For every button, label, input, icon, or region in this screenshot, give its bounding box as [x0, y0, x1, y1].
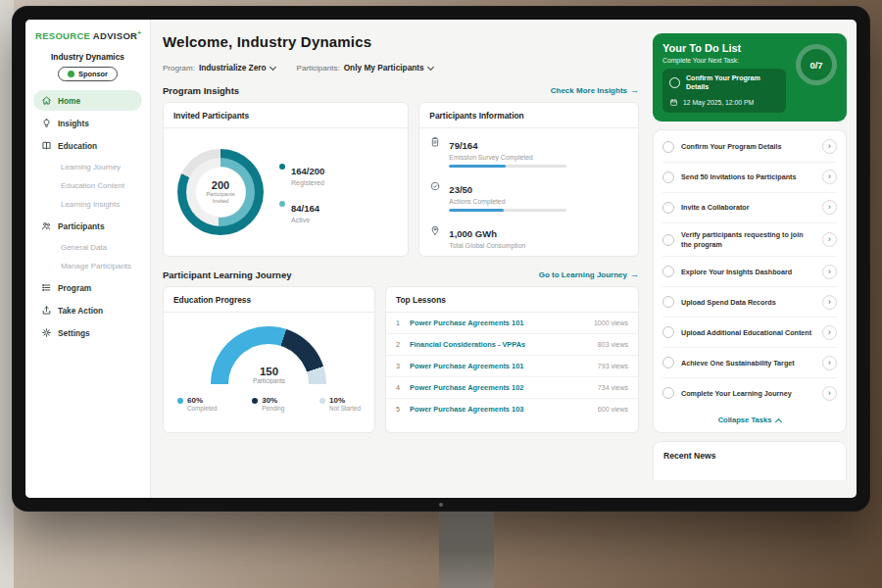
lesson-rank: 5 — [396, 405, 403, 414]
task-row[interactable]: Upload Additional Educational Content › — [662, 318, 837, 348]
program-dropdown[interactable]: Program: Industrialize Zero — [163, 63, 275, 73]
sidebar-item-education[interactable]: Education — [33, 135, 142, 156]
sidebar-item-take-action[interactable]: Take Action — [33, 300, 142, 320]
task-row[interactable]: Achieve One Sustainability Target › — [662, 348, 837, 378]
sponsor-label: Sponsor — [78, 70, 108, 78]
chevron-right-icon[interactable]: › — [822, 356, 837, 370]
next-task-label: Confirm Your Program Details — [686, 74, 779, 92]
legend-dot — [177, 398, 183, 404]
task-row[interactable]: Verify participants requesting to join t… — [662, 223, 837, 258]
lesson-rank: 2 — [396, 340, 403, 349]
card-title: Top Lessons — [386, 287, 638, 313]
task-checkbox[interactable] — [662, 234, 674, 246]
invited-participants-card: Invited Participants 200 Participants In… — [163, 102, 409, 257]
sidebar-item-home[interactable]: Home — [33, 90, 142, 111]
task-row[interactable]: Confirm Your Program Details › — [662, 132, 837, 163]
legend-label: Not Started — [329, 405, 361, 412]
sidebar-item-learning-journey[interactable]: Learning Journey — [33, 158, 142, 176]
task-checkbox[interactable] — [662, 141, 674, 153]
lesson-views: 600 views — [598, 406, 628, 413]
stat-emission-survey: 79/164 Emission Survey Completed — [429, 135, 628, 168]
progress-fill — [449, 165, 506, 168]
task-checkbox[interactable] — [662, 202, 674, 214]
check-more-insights-link[interactable]: Check More Insights → — [551, 86, 639, 95]
main-content: Welcome, Industry Dynamics Program: Indu… — [151, 20, 651, 498]
task-checkbox[interactable] — [669, 77, 680, 88]
location-pin-icon — [429, 224, 441, 236]
task-row[interactable]: Upload Spend Data Records › — [662, 287, 837, 318]
lesson-link[interactable]: Power Purchase Agreements 102 — [410, 383, 591, 392]
task-row[interactable]: Invite a Collaborator › — [662, 193, 837, 223]
sidebar-item-education-content[interactable]: Education Content — [33, 176, 142, 195]
stat-label: Actions Completed — [449, 198, 566, 205]
lesson-link[interactable]: Power Purchase Agreements 101 — [410, 362, 591, 370]
todo-progress-ring: 0/7 — [796, 44, 837, 85]
collapse-tasks-button[interactable]: Collapse Tasks — [662, 408, 837, 428]
chevron-right-icon[interactable]: › — [822, 386, 837, 401]
upload-icon — [41, 305, 52, 316]
task-label: Confirm Your Program Details — [681, 142, 815, 151]
chevron-right-icon[interactable]: › — [822, 265, 837, 279]
stat-value: 1,000 GWh — [449, 228, 497, 239]
card-title: Invited Participants — [164, 103, 408, 128]
sidebar-item-manage-participants[interactable]: Manage Participants — [33, 257, 142, 275]
task-label: Send 50 Invitations to Participants — [681, 172, 815, 181]
participants-dropdown[interactable]: Participants: Only My Participants — [297, 63, 433, 73]
participants-value: Only My Participants — [344, 63, 424, 73]
page-title: Welcome, Industry Dynamics — [163, 33, 639, 50]
task-checkbox[interactable] — [662, 296, 674, 308]
task-row[interactable]: Send 50 Invitations to Participants › — [662, 163, 837, 193]
task-checkbox[interactable] — [662, 326, 674, 338]
lesson-link[interactable]: Power Purchase Agreements 101 — [410, 318, 587, 327]
donut-center-label: Participants — [206, 191, 234, 198]
chevron-right-icon[interactable]: › — [822, 139, 837, 154]
todo-card: Your To Do List Complete Your Next Task:… — [653, 33, 847, 122]
sidebar-item-general-data[interactable]: General Data — [33, 238, 142, 257]
sponsor-badge[interactable]: Sponsor — [58, 67, 118, 81]
legend-value: 84/164 — [291, 203, 319, 214]
go-to-learning-journey-link[interactable]: Go to Learning Journey → — [539, 270, 639, 279]
program-insights-header: Program Insights Check More Insights → — [163, 85, 639, 96]
legend-dot — [279, 201, 285, 207]
sidebar-item-label: Participants — [58, 221, 105, 231]
sidebar-item-label: Settings — [58, 328, 90, 338]
check-circle-icon — [429, 180, 441, 192]
task-checkbox[interactable] — [662, 172, 674, 183]
stat-actions-completed: 23/50 Actions Completed — [429, 179, 628, 212]
next-task-box[interactable]: Confirm Your Program Details 12 May 2025… — [662, 69, 786, 113]
sidebar-item-insights[interactable]: Insights — [33, 113, 142, 133]
chevron-right-icon[interactable]: › — [822, 200, 837, 215]
lesson-rank: 3 — [396, 362, 403, 370]
lesson-link[interactable]: Power Purchase Agreements 103 — [410, 405, 591, 414]
logo-text-advisor: ADVISOR — [93, 30, 137, 41]
sidebar-item-settings[interactable]: Settings — [33, 322, 142, 343]
legend-pct: 30% — [262, 396, 284, 405]
arrow-right-icon: → — [630, 86, 639, 95]
participants-label: Participants: — [297, 64, 340, 73]
app-logo: RESOURCE ADVISOR+ — [33, 29, 142, 41]
progress-fill — [449, 209, 503, 212]
task-checkbox[interactable] — [662, 266, 674, 277]
section-title: Program Insights — [163, 85, 239, 96]
app-screen: RESOURCE ADVISOR+ Industry Dynamics Spon… — [25, 20, 857, 498]
chevron-right-icon[interactable]: › — [822, 295, 837, 310]
lesson-rank: 4 — [396, 383, 403, 392]
sidebar-item-program[interactable]: Program — [33, 277, 142, 298]
legend-label: Completed — [187, 405, 217, 412]
sponsor-icon — [68, 71, 74, 77]
task-row[interactable]: Complete Your Learning Journey › — [662, 378, 837, 408]
chevron-right-icon[interactable]: › — [822, 170, 837, 184]
top-lessons-card: Top Lessons 1 Power Purchase Agreements … — [385, 286, 639, 433]
task-row[interactable]: Explore Your Insights Dashboard › — [662, 257, 837, 287]
sidebar-item-participants[interactable]: Participants — [33, 216, 142, 236]
card-title: Participants Information — [419, 103, 638, 128]
sidebar-item-learning-insights[interactable]: Learning Insights — [33, 195, 142, 214]
task-checkbox[interactable] — [662, 387, 674, 399]
donut-center-value: 200 — [212, 179, 229, 191]
lesson-link[interactable]: Financial Considerations - VPPAs — [410, 340, 591, 349]
task-checkbox[interactable] — [662, 357, 674, 368]
lesson-rank: 1 — [396, 318, 403, 327]
chevron-right-icon[interactable]: › — [822, 325, 837, 340]
chevron-right-icon[interactable]: › — [822, 232, 837, 247]
list-icon — [41, 282, 52, 293]
